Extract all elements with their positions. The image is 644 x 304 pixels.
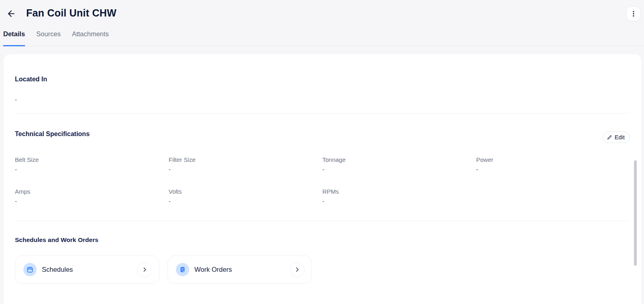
arrow-left-icon [6,9,16,19]
schedules-work-orders-heading: Schedules and Work Orders [15,236,630,244]
tab-bar: Details Sources Attachments [0,25,644,46]
tile-row: Schedules [15,255,630,284]
spec-value: - [169,198,322,205]
back-button[interactable] [6,8,17,19]
pencil-icon [607,135,612,140]
spec-value: - [322,198,476,205]
tab-sources[interactable]: Sources [36,30,61,46]
kebab-menu-icon [630,10,638,18]
spec-tonnage: Tonnage - [322,156,476,173]
work-orders-tile-label: Work Orders [194,266,232,273]
spec-empty-cell [476,188,630,205]
schedules-tile-label: Schedules [42,266,73,273]
spec-label: Volts [169,188,322,195]
details-panel: Located In - Technical Specifications Ed… [4,54,641,304]
spec-label: RPMs [322,188,476,195]
spec-belt-size: Belt Size - [15,156,169,173]
technical-specifications-heading: Technical Specifications [15,130,90,143]
spec-label: Belt Size [15,156,169,163]
work-orders-tile[interactable]: Work Orders [167,255,312,284]
chevron-right-icon [142,267,148,273]
spec-label: Power [476,156,630,163]
more-options-button[interactable] [626,6,641,21]
spec-value: - [169,166,322,173]
spec-grid: Belt Size - Filter Size - Tonnage - Powe… [15,156,630,205]
spec-power: Power - [476,156,630,173]
spec-label: Amps [15,188,169,195]
calendar-icon [27,266,33,273]
page-header: Fan Coil Unit CHW [0,0,644,25]
schedules-open-button[interactable] [137,262,152,277]
edit-button[interactable]: Edit [603,132,630,143]
located-in-value: - [15,96,630,103]
located-in-heading: Located In [15,54,630,83]
tab-attachments[interactable]: Attachments [72,30,109,46]
spec-value: - [15,198,169,205]
spec-label: Tonnage [322,156,476,163]
spec-value: - [476,166,630,173]
edit-button-label: Edit [615,134,625,141]
spec-volts: Volts - [169,188,322,205]
chevron-right-icon [294,267,300,273]
schedules-icon-circle [23,263,37,276]
section-divider [15,221,630,221]
section-divider [15,113,630,114]
vertical-scrollbar-thumb[interactable] [634,160,637,266]
spec-value: - [15,166,169,173]
technical-specifications-header: Technical Specifications Edit [15,127,630,143]
tab-details[interactable]: Details [3,30,25,46]
work-orders-open-button[interactable] [290,262,305,277]
work-order-icon [179,266,186,273]
spec-amps: Amps - [15,188,169,205]
spec-label: Filter Size [169,156,322,163]
spec-filter-size: Filter Size - [169,156,322,173]
work-orders-icon-circle [176,263,189,276]
spec-value: - [322,166,476,173]
spec-rpms: RPMs - [322,188,476,205]
schedules-tile[interactable]: Schedules [15,255,159,284]
page-title: Fan Coil Unit CHW [26,7,116,19]
